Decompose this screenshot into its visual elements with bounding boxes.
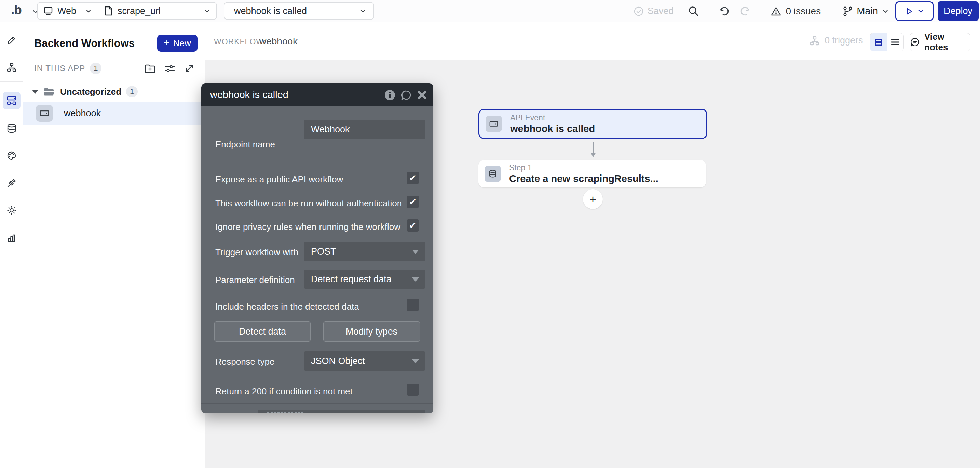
plugin-plug-icon[interactable] [6,178,17,188]
parameter-definition-select[interactable]: Detect request data [304,270,425,289]
settings-gear-icon[interactable] [6,205,17,216]
backend-workflows-panel: Backend Workflows + New IN THIS APP 1 Un… [23,22,205,468]
checkmark-icon: ✔ [409,197,417,207]
parameter-definition-value: Detect request data [311,274,391,284]
caret-down-icon [32,90,38,94]
search-icon[interactable] [688,5,700,17]
issues-indicator[interactable]: 0 issues [770,6,821,17]
workflow-header: WORKFLOW: webhook 0 triggers View notes [205,22,980,60]
page-select[interactable]: scrape_url [99,3,216,19]
only-when-placeholder: Click [265,412,305,414]
ignore-privacy-checkbox[interactable]: ✔ [407,219,419,232]
page-chevron-down-icon [203,7,211,15]
view-mode-toggle [870,33,904,51]
node-kind-label: Step 1 [509,163,659,173]
undo-icon[interactable] [719,6,730,17]
folder-count-badge: 1 [126,86,138,97]
select-triangle-icon [412,278,419,281]
filter-sliders-icon[interactable] [164,63,176,74]
folder-name: Uncategorized [60,86,121,97]
triggers-label: 0 triggers [824,35,863,46]
modify-types-button[interactable]: Modify types [323,321,420,342]
page-select-value: scrape_url [118,6,161,16]
info-icon[interactable] [384,89,396,101]
branch-label: Main [857,5,878,17]
toolbar-divider [709,5,710,18]
detect-data-button[interactable]: Detect data [214,321,310,342]
toolbar-right-group: Saved 0 issues Main [633,0,980,22]
event-select-value: webhook is called [234,6,307,16]
preview-run-button[interactable] [895,2,934,21]
endpoint-name-input[interactable] [304,120,425,139]
section-count-badge: 1 [90,62,102,74]
save-status: Saved [633,6,674,17]
branch-chevron-down-icon [881,8,889,15]
return-200-label: Return a 200 if condition is not met [215,386,353,397]
deploy-button[interactable]: Deploy [938,2,978,21]
comment-icon[interactable] [401,89,412,101]
expand-arrows-icon[interactable] [184,63,195,74]
design-pencil-icon[interactable] [6,35,17,45]
folder-icon [43,86,55,97]
dialog-header[interactable]: webhook is called [201,83,433,106]
workflow-node-step1[interactable]: Step 1 Create a new scrapingResults... [478,160,706,187]
include-headers-checkbox[interactable] [407,299,419,311]
expose-api-label: Expose as a public API workflow [215,174,343,185]
check-circle-icon [633,6,644,17]
select-triangle-icon [412,250,419,254]
bubble-logo[interactable]: .b [11,3,22,17]
workflow-event-select[interactable]: webhook is called [224,2,374,20]
trigger-with-label: Trigger workflow with [215,247,298,257]
device-page-select: Web scrape_url [37,2,217,20]
backend-workflows-tab-selected[interactable] [3,92,21,109]
dialog-divider [201,403,433,404]
in-this-app-section: IN THIS APP 1 [34,61,195,76]
toolbar-divider [831,5,831,18]
sitemap-icon[interactable] [6,62,17,72]
list-view-toggle[interactable] [887,33,904,51]
rail-divider [0,81,23,82]
response-type-value: JSON Object [311,356,365,366]
expose-api-checkbox[interactable]: ✔ [407,172,419,184]
close-icon[interactable] [417,90,427,100]
select-triangle-icon [412,359,419,363]
new-folder-icon[interactable] [144,63,156,74]
workflow-node-api-event[interactable]: API Event webhook is called [478,109,707,139]
trigger-method-select[interactable]: POST [304,242,425,261]
left-icon-rail [0,22,23,468]
return-200-checkbox[interactable] [407,383,419,396]
panel-title: Backend Workflows [34,37,135,50]
node-kind-label: API Event [510,113,595,123]
branch-selector[interactable]: Main [842,5,889,17]
triggers-indicator: 0 triggers [810,35,863,46]
redo-icon[interactable] [740,6,750,17]
warning-triangle-icon [770,6,781,17]
no-auth-checkbox[interactable]: ✔ [407,196,419,208]
new-button-label: New [173,38,191,49]
api-event-icon [36,105,53,122]
device-select-value: Web [57,6,76,16]
git-branch-icon [842,6,853,17]
device-chevron-down-icon [85,7,92,15]
include-headers-label: Include headers in the detected data [215,301,359,312]
section-label: IN THIS APP [34,64,85,73]
flow-arrow-down-icon [588,142,598,158]
dialog-title: webhook is called [210,89,288,101]
view-notes-button[interactable]: View notes [910,33,970,51]
checkmark-icon: ✔ [409,173,417,184]
response-type-select[interactable]: JSON Object [304,351,425,371]
folder-row-uncategorized[interactable]: Uncategorized 1 [23,82,205,101]
device-select[interactable]: Web [38,3,99,19]
card-view-toggle-selected[interactable] [870,33,887,51]
database-icon[interactable] [6,123,17,133]
event-properties-dialog: webhook is called Endpoint name Expose a… [201,83,433,413]
logs-chart-icon[interactable] [6,233,17,243]
new-workflow-button[interactable]: + New [157,35,197,52]
only-when-input[interactable]: Click [258,409,425,413]
palette-icon[interactable] [6,150,17,161]
trigger-method-value: POST [311,246,336,257]
play-icon [905,7,913,16]
add-step-button[interactable]: + [583,189,603,209]
issues-label: 0 issues [786,6,821,17]
workflow-list-item-webhook[interactable]: webhook [23,102,205,125]
